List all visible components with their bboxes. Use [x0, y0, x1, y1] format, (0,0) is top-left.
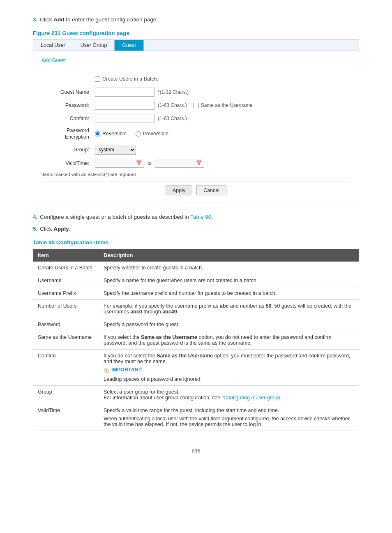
step-5-text: Click — [40, 226, 53, 232]
step-3-rest: to enter the guest configuration page. — [65, 16, 158, 23]
confirm-hint: (1-63 Chars.) — [158, 116, 187, 121]
step-4-number: 4. — [33, 214, 37, 220]
apply-button[interactable]: Apply — [166, 185, 192, 195]
item-cell: ValidTime — [33, 404, 99, 431]
guest-name-label: Guest Name — [42, 89, 95, 95]
step-4-text: Configure a single guest or a batch of g… — [40, 214, 190, 220]
table-row: Same as the Username If you select the S… — [33, 331, 359, 349]
tab-local-user[interactable]: Local User — [33, 40, 73, 51]
important-text: IMPORTANT: — [111, 367, 143, 373]
item-cell: Username Prefix — [33, 287, 99, 299]
required-note: Items marked with an asterisk(*) are req… — [42, 172, 350, 177]
batch-checkbox[interactable] — [95, 76, 100, 82]
same-as-username-text: Same as the Username — [201, 102, 253, 108]
validtime-start-input[interactable] — [97, 160, 136, 166]
validtime-label: ValidTime: — [42, 160, 95, 166]
tab-user-group[interactable]: User Group — [73, 40, 115, 51]
table-row: Confirm If you do not select the Same as… — [33, 349, 359, 385]
password-row: Password: (1-63 Chars.) Same as the User… — [42, 101, 350, 110]
desc-cell: Specify a password for the guest. — [99, 318, 359, 331]
confirm-desc-text: If you do not select the Same as the Use… — [104, 353, 354, 364]
group-select[interactable]: system — [95, 145, 136, 155]
password-label: Password: — [42, 102, 95, 108]
add-guest-link[interactable]: Add Guest — [42, 58, 350, 63]
same-as-username-checkbox[interactable] — [194, 103, 199, 108]
confirm-label: Confirm: — [42, 116, 95, 121]
step-3-bold: Add — [53, 16, 64, 23]
validtime-row: ValidTime: 📅 to 📅 — [42, 159, 350, 168]
table-row: Username Specify a name for the guest wh… — [33, 274, 359, 287]
table-header-row: Item Description — [33, 249, 359, 262]
to-label: to — [148, 160, 152, 166]
guest-name-input[interactable] — [95, 88, 154, 97]
step-3-number: 3. — [33, 16, 37, 23]
important-icon: ① — [104, 367, 109, 375]
validtime-desc-line2: When authenticating a local user with th… — [104, 416, 354, 427]
important-block: ① IMPORTANT: — [104, 367, 354, 375]
figure-title: Figure 231 Guest configuration page — [33, 30, 359, 36]
desc-cell: Specify a valid time range for the guest… — [99, 404, 359, 431]
page-number: 236 — [33, 447, 359, 454]
encryption-label: PasswordEncryption — [42, 127, 95, 141]
group-label: Group: — [42, 147, 95, 153]
step-5-rest: . — [69, 226, 71, 232]
step-3-text: Click — [40, 16, 53, 23]
item-cell: Create Users in a Batch — [33, 262, 99, 274]
validtime-desc-line1: Specify a valid time range for the guest… — [104, 408, 354, 413]
desc-cell: For example, if you specify the username… — [99, 299, 359, 318]
step-3: 3.Click Add to enter the guest configura… — [33, 16, 359, 23]
config-table: Item Description Create Users in a Batch… — [33, 249, 359, 431]
calendar-start-icon: 📅 — [136, 160, 142, 166]
guest-name-row: Guest Name *(1-32 Chars.) — [42, 88, 350, 97]
calendar-end-icon: 📅 — [196, 160, 202, 166]
step-4: 4.Configure a single guest or a batch of… — [33, 214, 359, 220]
batch-checkbox-label[interactable]: Create Users in a Batch: — [95, 76, 158, 82]
confirm-row: Confirm: (1-63 Chars.) — [42, 114, 350, 123]
table-row: Username Prefix Specify the username pre… — [33, 287, 359, 299]
guest-name-hint: *(1-32 Chars.) — [158, 89, 189, 95]
col-description: Description — [99, 249, 359, 262]
item-cell: Password — [33, 318, 99, 331]
irreversible-option[interactable]: Irreversible — [136, 131, 168, 137]
form-separator — [42, 181, 350, 181]
desc-cell: Specify a name for the guest when users … — [99, 274, 359, 287]
item-cell: Username — [33, 274, 99, 287]
encryption-radio-group: Reversible Irreversible — [95, 131, 168, 137]
group-row: Group: system — [42, 145, 350, 155]
desc-cell: Specify the username prefix and number f… — [99, 287, 359, 299]
item-cell: Group — [33, 385, 99, 404]
desc-cell: If you select the Same as the Username o… — [99, 331, 359, 349]
batch-label-text: Create Users in a Batch: — [102, 76, 158, 82]
desc-cell: Select a user group for the guest. For i… — [99, 385, 359, 404]
desc-cell: Specify whether to create guests in a ba… — [99, 262, 359, 274]
batch-checkbox-row: Create Users in a Batch: — [42, 76, 350, 82]
password-input[interactable] — [95, 101, 154, 110]
tab-guest[interactable]: Guest — [115, 40, 143, 51]
validtime-end-input[interactable] — [157, 160, 196, 166]
configuring-user-group-link[interactable]: Configuring a user group — [224, 395, 280, 401]
cancel-button[interactable]: Cancel — [196, 185, 226, 195]
reversible-radio[interactable] — [95, 131, 100, 137]
panel-body: Add Guest Create Users in a Batch: Guest… — [33, 51, 359, 202]
ui-panel: Local User User Group Guest Add Guest Cr… — [33, 39, 359, 202]
step-4-rest: . — [211, 214, 213, 220]
same-as-username-label[interactable]: Same as the Username — [194, 102, 253, 108]
table-row: Create Users in a Batch Specify whether … — [33, 262, 359, 274]
item-cell: Confirm — [33, 349, 99, 385]
desc-cell: If you do not select the Same as the Use… — [99, 349, 359, 385]
table-row: Password Specify a password for the gues… — [33, 318, 359, 331]
irreversible-radio[interactable] — [136, 131, 141, 137]
validtime-inputs: 📅 to 📅 — [95, 159, 204, 168]
table-row: ValidTime Specify a valid time range for… — [33, 404, 359, 431]
group-desc-line2: For information about user group configu… — [104, 395, 354, 401]
irreversible-label: Irreversible — [143, 131, 168, 137]
table-row: Group Select a user group for the guest.… — [33, 385, 359, 404]
reversible-option[interactable]: Reversible — [95, 131, 127, 137]
step-4-link[interactable]: Table 90 — [190, 214, 211, 220]
important-note: Leading spaces of a password are ignored… — [104, 376, 354, 382]
step-5-bold: Apply — [53, 226, 69, 232]
password-hint: (1-63 Chars.) — [158, 102, 187, 108]
tab-bar: Local User User Group Guest — [33, 40, 359, 51]
step-5: 5.Click Apply. — [33, 226, 359, 232]
confirm-input[interactable] — [95, 114, 154, 123]
